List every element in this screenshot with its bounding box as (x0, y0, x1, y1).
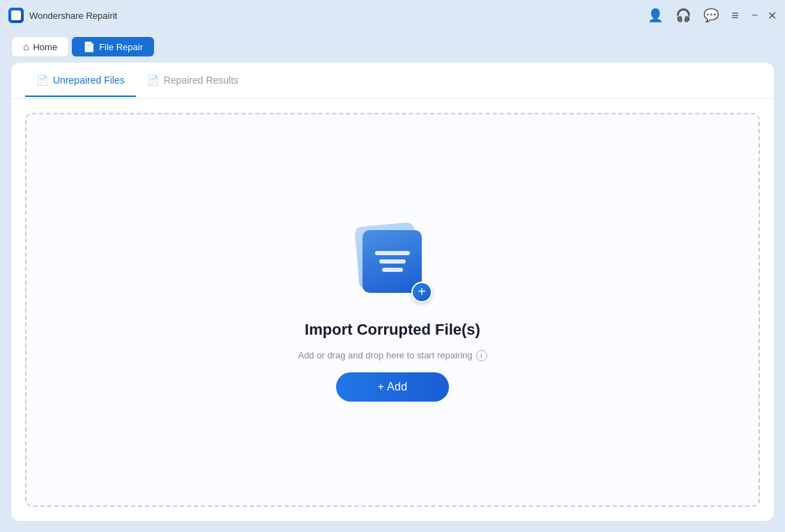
account-icon[interactable]: 👤 (648, 9, 663, 22)
plus-badge: + (411, 282, 432, 303)
chat-icon[interactable]: 💬 (703, 9, 719, 22)
file-line-1 (375, 251, 410, 255)
nav-bar: ⌂ Home 📄 File Repair (0, 31, 785, 63)
headphone-icon[interactable]: 🎧 (676, 9, 691, 22)
info-icon[interactable]: i (476, 350, 487, 361)
sub-tab-unrepaired[interactable]: 📄 Unrepaired Files (25, 65, 136, 97)
home-icon: ⌂ (23, 41, 29, 52)
file-line-2 (379, 259, 406, 264)
file-repair-icon: 📄 (83, 41, 95, 52)
nav-tab-file-repair[interactable]: 📄 File Repair (72, 37, 154, 56)
unrepaired-tab-icon: 📄 (36, 75, 48, 86)
nav-tab-home-label: Home (33, 42, 57, 52)
title-bar-left: Wondershare Repairit (8, 8, 117, 23)
close-button[interactable]: ✕ (768, 9, 777, 22)
drop-zone-subtitle: Add or drag and drop here to start repai… (298, 350, 487, 361)
title-bar-controls: 👤 🎧 💬 ≡ − ✕ (648, 9, 777, 22)
window-controls: − ✕ (752, 9, 777, 22)
file-illustration: + (347, 219, 438, 310)
sub-tab-repaired-label: Repaired Results (164, 75, 238, 86)
minimize-button[interactable]: − (752, 9, 758, 22)
main-container: 📄 Unrepaired Files 📄 Repaired Results + … (11, 63, 774, 521)
app-icon (8, 8, 24, 23)
nav-tab-file-repair-label: File Repair (99, 42, 143, 52)
sub-tabs: 📄 Unrepaired Files 📄 Repaired Results (11, 63, 774, 99)
drop-zone-title: Import Corrupted File(s) (305, 321, 480, 339)
repaired-tab-icon: 📄 (147, 75, 159, 86)
app-title: Wondershare Repairit (29, 10, 117, 21)
file-line-3 (382, 268, 403, 272)
file-card-front (363, 230, 422, 293)
drop-zone-subtitle-text: Add or drag and drop here to start repai… (298, 350, 472, 360)
menu-icon[interactable]: ≡ (731, 9, 739, 22)
sub-tab-unrepaired-label: Unrepaired Files (53, 75, 125, 86)
drop-zone[interactable]: + Import Corrupted File(s) Add or drag a… (25, 113, 760, 507)
nav-tab-home[interactable]: ⌂ Home (11, 36, 69, 57)
title-bar: Wondershare Repairit 👤 🎧 💬 ≡ − ✕ (0, 0, 785, 31)
sub-tab-repaired[interactable]: 📄 Repaired Results (136, 65, 250, 97)
add-button[interactable]: + Add (336, 372, 450, 402)
